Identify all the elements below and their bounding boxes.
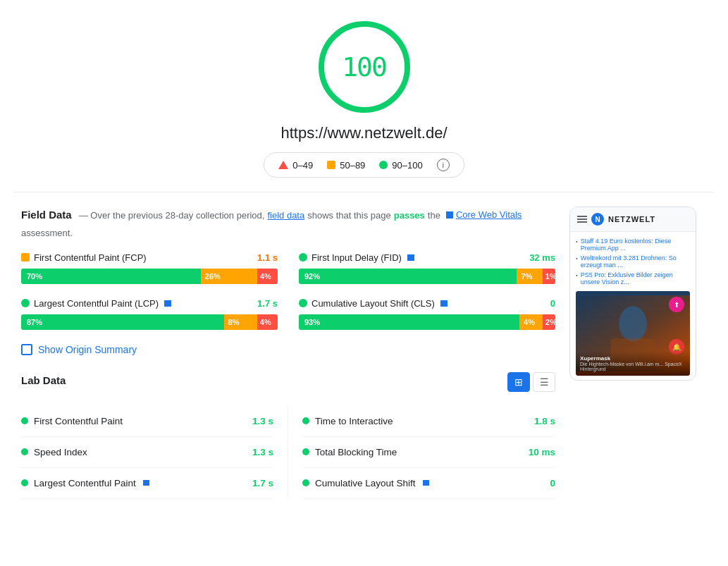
lab-tti-label-group: Time to Interactive (302, 416, 393, 426)
legend-good: 90–100 (379, 160, 422, 171)
fid-header: First Input Delay (FID) 32 ms (299, 252, 555, 263)
needs-improvement-range: 50–89 (340, 160, 365, 171)
netzwelt-brand: NETZWELT (608, 215, 655, 223)
news-list: • Staff 4.19 Euro kostenlos: Diese Premi… (576, 236, 690, 287)
lab-tbt-icon (302, 448, 309, 455)
show-origin-checkbox[interactable]: Show Origin Summary (21, 344, 555, 355)
fcp-header: First Contentful Paint (FCP) 1.1 s (21, 252, 278, 263)
list-view-button[interactable]: ☰ (533, 372, 555, 392)
show-origin-label: Show Origin Summary (38, 344, 137, 355)
assessment-text: assessment. (21, 226, 73, 241)
lab-fcp-label: First Contentful Paint (34, 416, 123, 426)
good-range: 90–100 (392, 160, 422, 171)
lab-tti-label: Time to Interactive (315, 416, 393, 426)
left-panel: Field Data — Over the previous 28-day co… (21, 207, 555, 499)
core-web-vitals-link[interactable]: Core Web Vitals (456, 208, 522, 223)
news-item-2-text: Weltrekord mit 3.281 Drohnen: So erzeugt… (581, 254, 690, 269)
lab-col-left: First Contentful Paint 1.3 s Speed Index… (21, 406, 288, 499)
lcp-bar: 87% 8% 4% (21, 314, 278, 330)
score-circle: 100 (319, 21, 410, 113)
info-icon[interactable]: i (437, 159, 450, 171)
badge-square-icon (446, 211, 453, 219)
checkbox-icon (21, 344, 32, 355)
netzwelt-n-logo: N (591, 213, 604, 226)
phone-image-overlay: Xupermask Die Hightech-Maske von Will.i.… (576, 351, 690, 376)
lab-fcp-icon (21, 417, 28, 424)
cls-header: Cumulative Layout Shift (CLS) 0 (299, 298, 555, 309)
lcp-label: Largest Contentful Paint (LCP) (21, 298, 171, 309)
fid-metric: First Input Delay (FID) 32 ms 92% 7% 1% (299, 252, 555, 284)
lab-cls-value: 0 (550, 478, 555, 488)
lcp-bar-red: 4% (257, 314, 278, 330)
site-url: https://www.netzwelt.de/ (281, 124, 448, 142)
field-data-desc: — Over the previous 28-day collection pe… (79, 209, 265, 223)
fid-label: First Input Delay (FID) (299, 252, 414, 263)
fid-value: 32 ms (529, 252, 555, 263)
lcp-bar-green: 87% (21, 314, 224, 330)
lab-si-label-group: Speed Index (21, 447, 87, 457)
cls-label: Cumulative Layout Shift (CLS) (299, 298, 448, 309)
cls-flag-icon (440, 300, 448, 307)
news-item-1: • Staff 4.19 Euro kostenlos: Diese Premi… (576, 236, 690, 253)
lcp-status-icon (21, 299, 30, 307)
lab-tbt-row: Total Blocking Time 10 ms (302, 437, 555, 468)
lab-lcp-icon (21, 479, 28, 486)
fid-bar-red: 1% (543, 269, 555, 284)
lab-tti-row: Time to Interactive 1.8 s (302, 406, 555, 437)
passes-text: passes (394, 209, 425, 223)
lcp-header: Largest Contentful Paint (LCP) 1.7 s (21, 298, 278, 309)
phone-mockup: N NETZWELT • Staff 4.19 Euro kostenlos: … (569, 207, 696, 381)
cls-bar-orange: 4% (519, 314, 543, 330)
field-data-link[interactable]: field data (267, 209, 304, 223)
lab-data-section: Lab Data ⊞ ☰ First Contentful Paint (21, 372, 555, 499)
list-icon: ☰ (540, 376, 549, 388)
main-content: Field Data — Over the previous 28-day co… (0, 192, 728, 513)
phone-header: N NETZWELT (570, 207, 696, 232)
lab-fcp-label-group: First Contentful Paint (21, 416, 123, 426)
poor-icon (278, 161, 288, 169)
fcp-bar-red: 4% (257, 269, 278, 284)
lab-si-label: Speed Index (34, 447, 87, 457)
lab-lcp-label-group: Largest Contentful Paint (21, 478, 149, 488)
legend-poor: 0–49 (278, 160, 313, 171)
lcp-metric: Largest Contentful Paint (LCP) 1.7 s 87%… (21, 298, 278, 330)
score-legend: 0–49 50–89 90–100 i (264, 152, 464, 178)
lab-cls-label: Cumulative Layout Shift (315, 478, 416, 488)
grid-view-button[interactable]: ⊞ (507, 372, 530, 392)
lab-lcp-label: Largest Contentful Paint (34, 478, 136, 488)
field-data-title: Field Data (21, 207, 72, 223)
news-item-2: • Weltrekord mit 3.281 Drohnen: So erzeu… (576, 253, 690, 270)
fcp-bar-orange: 26% (201, 269, 257, 284)
lab-cls-flag-icon (423, 480, 429, 486)
phone-image-title: Xupermask (580, 355, 686, 362)
lab-cls-icon (302, 479, 309, 486)
fid-flag-icon (407, 254, 414, 261)
view-toggle: ⊞ ☰ (507, 372, 555, 392)
fcp-status-icon (21, 253, 30, 262)
lab-tti-icon (302, 417, 309, 424)
fcp-bar-green: 70% (21, 269, 201, 284)
cls-status-icon (299, 299, 307, 307)
cls-bar-green: 93% (299, 314, 519, 330)
phone-image-sub: Die Hightech-Maske von Will.i.am m... Sp… (580, 362, 686, 371)
score-section: 100 https://www.netzwelt.de/ 0–49 50–89 … (0, 0, 728, 192)
lab-lcp-row: Largest Contentful Paint 1.7 s (21, 468, 273, 499)
lab-data-title: Lab Data (21, 374, 66, 386)
lab-data-header: Lab Data ⊞ ☰ (21, 372, 555, 392)
core-web-vitals-badge: Core Web Vitals (446, 208, 522, 223)
field-data-the: the (428, 209, 440, 223)
fcp-metric: First Contentful Paint (FCP) 1.1 s 70% 2… (21, 252, 278, 284)
lcp-value: 1.7 s (257, 298, 278, 309)
fcp-value: 1.1 s (257, 252, 278, 263)
share-button[interactable]: ⬆ (669, 297, 684, 312)
lab-fcp-row: First Contentful Paint 1.3 s (21, 406, 273, 437)
cls-bar: 93% 4% 2% (299, 314, 555, 330)
right-panel: N NETZWELT • Staff 4.19 Euro kostenlos: … (569, 207, 707, 499)
score-value: 100 (342, 51, 386, 82)
fid-status-icon (299, 253, 307, 262)
legend-needs-improvement: 50–89 (327, 160, 365, 171)
news-item-3: • PS5 Pro: Exklusive Bilder zeigen unser… (576, 270, 690, 287)
grid-icon: ⊞ (514, 376, 523, 388)
phone-image: ⬆ 🔔 Xupermask Die Hightech-Maske von Wil… (576, 291, 690, 376)
svg-point-1 (619, 306, 647, 341)
